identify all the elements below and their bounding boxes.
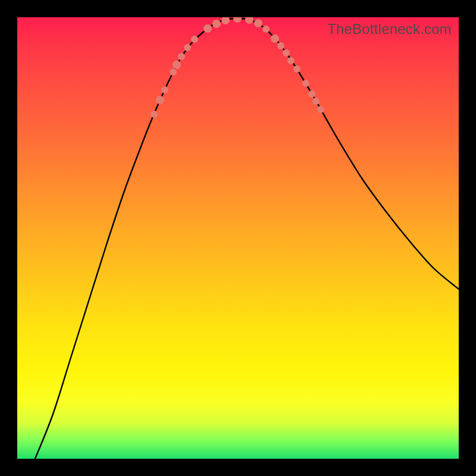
highlighted-points	[151, 17, 324, 118]
marker-dot	[283, 49, 290, 57]
marker-dot	[287, 57, 295, 64]
marker-dot	[302, 80, 309, 87]
watermark-text: TheBottleneck.com	[327, 21, 452, 37]
marker-dot	[156, 96, 164, 104]
marker-dot	[245, 17, 253, 24]
marker-dot	[317, 106, 324, 113]
marker-dot	[262, 26, 270, 33]
marker-dot	[161, 86, 168, 93]
marker-dot	[191, 36, 198, 43]
marker-dot	[151, 111, 158, 118]
marker-dot	[173, 61, 181, 69]
marker-dot	[271, 35, 279, 43]
marker-dot	[312, 98, 320, 105]
marker-dot	[254, 19, 262, 27]
marker-dot	[308, 90, 315, 98]
plot-area: TheBottleneck.com	[17, 17, 459, 459]
marker-dot	[233, 17, 242, 23]
marker-dot	[203, 24, 212, 33]
marker-dot	[184, 44, 191, 51]
marker-dot	[212, 20, 221, 28]
bottleneck-curve	[35, 18, 459, 459]
marker-dot	[221, 17, 230, 24]
marker-dot	[277, 42, 284, 49]
marker-dot	[170, 68, 177, 76]
curve-svg	[17, 17, 459, 459]
chart-frame: TheBottleneck.com	[0, 0, 476, 476]
marker-dot	[293, 65, 300, 73]
marker-dot	[178, 53, 185, 60]
